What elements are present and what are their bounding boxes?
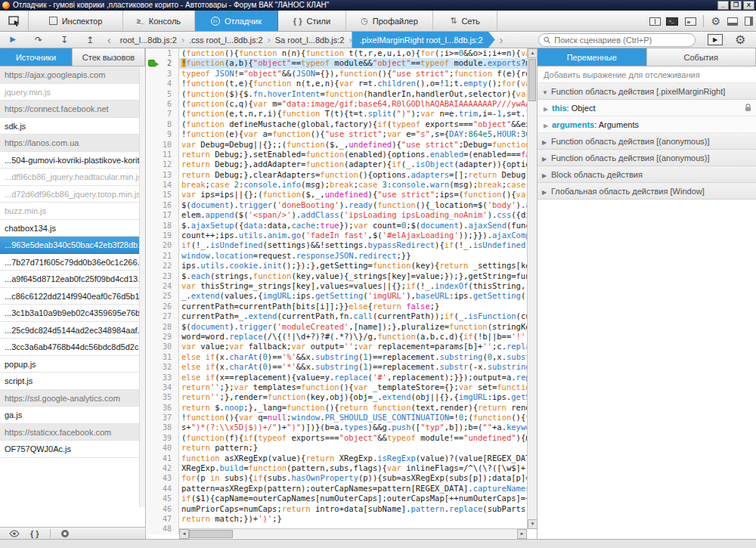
line-number-gutter[interactable]: 17 xyxy=(147,210,179,220)
line-number-gutter[interactable]: 46 xyxy=(147,504,179,514)
line-number-gutter[interactable]: 22 xyxy=(147,261,179,271)
code-line[interactable]: 2!function(a,b){"object"==typeof module&… xyxy=(147,58,537,68)
code-line[interactable]: 20if(!_.isUndefined(settings)&&!settings… xyxy=(147,240,537,250)
code-line[interactable]: 24var thisString=_strings[key],values=va… xyxy=(147,281,537,291)
vertical-scroll-thumb[interactable] xyxy=(528,59,536,101)
code-line[interactable]: 11return Debug;},setEnabled=function(ena… xyxy=(147,150,537,159)
line-number-gutter[interactable]: 47 xyxy=(147,514,179,524)
code-line[interactable]: 43for(p in subs){if(subs.hasOwnProperty(… xyxy=(147,473,537,483)
dock-side-icon[interactable] xyxy=(745,17,753,26)
tab-стили[interactable]: { }Стили xyxy=(278,11,346,31)
debugger-options-gear-icon[interactable]: ⚙ xyxy=(735,33,745,47)
breadcrumb-item[interactable]: root_l...8db.js:2 xyxy=(116,36,181,45)
line-number-gutter[interactable]: 41 xyxy=(147,454,179,463)
minimize-button[interactable]: _ xyxy=(717,1,729,10)
tab-консоль[interactable]: ≥_Консоль xyxy=(123,11,195,31)
breadcrumb-item[interactable]: .css root_l...8db.js:2 xyxy=(184,36,268,45)
source-item[interactable]: ...a9f645d8712eab0fc25f09bd4cd13.js xyxy=(0,271,145,288)
sidebar-scrollbar[interactable] xyxy=(139,67,145,507)
code-line[interactable]: 10var Debug=Debug||{};;(function($,_,und… xyxy=(147,140,537,150)
code-line[interactable]: 35return'';},render=function(key,obj){ob… xyxy=(147,392,537,402)
line-number-gutter[interactable]: 14 xyxy=(147,180,179,190)
code-line[interactable]: 22ips.utils.cookie.init();});},getSettin… xyxy=(147,261,537,271)
horizontal-scroll-thumb[interactable] xyxy=(189,530,233,538)
code-line[interactable]: 8(function defineMustache(global,factory… xyxy=(147,119,537,129)
line-number-gutter[interactable]: 28 xyxy=(147,322,179,332)
code-line[interactable]: 42XRegExp.build=function(pattern,subs,fl… xyxy=(147,463,537,473)
line-number-gutter[interactable]: 34 xyxy=(147,382,179,392)
line-number-gutter[interactable]: 32 xyxy=(147,362,179,372)
code-line[interactable]: 19count++;ips.utils.anim.go('fadeIn fast… xyxy=(147,231,537,240)
code-line[interactable]: 31else if(x.charAt(0)=='%'&&x.substring(… xyxy=(147,352,537,362)
code-line[interactable]: 38s+")*(?:\\x5D|$))+/")+")")])}(b=a.type… xyxy=(147,423,537,432)
pick-element-button[interactable] xyxy=(0,11,29,31)
code-line[interactable]: 46numPriorCaps=numCaps;return intro+data… xyxy=(147,504,537,514)
code-line[interactable]: 3typeof JSON!="object"&&(JSON={}),functi… xyxy=(147,69,537,79)
code-line[interactable]: 6(function(c,q){var m="data:image/gif;ba… xyxy=(147,99,537,109)
editor-horizontal-scrollbar[interactable]: ◄ ► xyxy=(179,528,527,538)
line-number-gutter[interactable]: 13 xyxy=(147,170,179,180)
breadcrumb-item[interactable]: .pixelMarginRight root_l...8db.js:2 xyxy=(352,32,494,48)
line-number-gutter[interactable]: 29 xyxy=(147,332,179,342)
code-line[interactable]: 5(function($){$.fn.hoverIntent=function(… xyxy=(147,89,537,99)
scroll-left-icon[interactable]: ◄ xyxy=(179,529,189,539)
split-view-icon[interactable]: ▾ xyxy=(649,17,660,26)
code-line[interactable]: 40return pattern;} xyxy=(147,443,537,453)
code-line[interactable]: 28$(document).trigger('moduleCreated',[n… xyxy=(147,322,537,332)
line-number-gutter[interactable]: 24 xyxy=(147,281,179,291)
source-item[interactable]: sdk.js xyxy=(0,118,145,135)
code-line[interactable]: 13return Debug;},clearAdapters=function(… xyxy=(147,170,537,180)
code-line[interactable]: 32else if(x.charAt(0)=='*'&&x.substring(… xyxy=(147,362,537,372)
code-line[interactable]: 9!function(e){var a=function(){"use stri… xyxy=(147,129,537,139)
line-number-gutter[interactable]: 48 xyxy=(147,524,179,534)
scope-header[interactable]: ▼Function область действия [.pixelMargin… xyxy=(538,83,756,100)
code-line[interactable]: 41function asXRegExp(value){return XRegE… xyxy=(147,454,537,463)
line-number-gutter[interactable]: 30 xyxy=(147,342,179,351)
line-number-gutter[interactable]: 45 xyxy=(147,494,179,503)
line-number-gutter[interactable]: 27 xyxy=(147,311,179,321)
breadcrumb-scroll-left-icon[interactable]: ‹ xyxy=(103,33,116,48)
line-number-gutter[interactable]: 19 xyxy=(147,231,179,240)
line-number-gutter[interactable]: 37 xyxy=(147,413,179,423)
line-number-gutter[interactable]: 26 xyxy=(147,302,179,311)
code-line[interactable]: 18$.ajaxSetup({data:data,cache:true});va… xyxy=(147,221,537,231)
source-item[interactable]: ...504-gumovi-kovriki-plastikove-korito/ xyxy=(0,152,145,169)
restore-button[interactable]: ❐ xyxy=(730,1,742,10)
console-panel-icon[interactable]: >_ xyxy=(666,17,678,26)
code-line[interactable]: 7(function(e,t,n,r,i){function T(t){t=t.… xyxy=(147,109,537,119)
source-item[interactable]: ...7b27d71f605c79dd0b36e0c1c266.js xyxy=(0,254,145,271)
source-editor[interactable]: 1(function(){function n(n){function t(t,… xyxy=(147,48,537,539)
code-line[interactable]: 33else if(x==replacement){value=y.replac… xyxy=(147,373,537,382)
code-line[interactable]: 45if($1){capName=outerCapNames[numOuterC… xyxy=(147,494,537,503)
sidebar-tab[interactable]: Источники xyxy=(0,48,73,66)
tab-сеть[interactable]: ⇅Сеть xyxy=(433,11,497,31)
close-button[interactable]: X xyxy=(743,1,754,10)
code-line[interactable]: 37!function(){var q=null;window.PR_SHOUL… xyxy=(147,413,537,423)
code-line[interactable]: 27currentPath=_.extend(currentPath,fn.ca… xyxy=(147,311,537,321)
line-number-gutter[interactable]: 12 xyxy=(147,159,179,169)
line-number-gutter[interactable]: 39 xyxy=(147,433,179,443)
line-number-gutter[interactable]: 31 xyxy=(147,352,179,362)
scope-header[interactable]: ▶Block область действия xyxy=(538,166,756,183)
code-line[interactable]: 44pattern=asXRegExp(pattern);outerCapNam… xyxy=(147,484,537,494)
code-line[interactable]: 30var value;var fallback;var output='';v… xyxy=(147,342,537,351)
scope-header[interactable]: ▶Function область действия [(anonymous)] xyxy=(538,150,756,166)
line-number-gutter[interactable]: 35 xyxy=(147,392,179,402)
toggle-breakpoints-icon[interactable] xyxy=(61,530,69,537)
code-line[interactable]: 34return'';};var templates=function(){va… xyxy=(147,382,537,392)
code-line[interactable]: 47return match;})+')';} xyxy=(147,514,537,524)
code-line[interactable]: 1(function(){function n(n){function t(t,… xyxy=(147,48,537,58)
source-item[interactable]: popup.js xyxy=(0,356,145,373)
line-number-gutter[interactable]: 33 xyxy=(147,373,179,382)
step-over-button[interactable]: ↷ xyxy=(26,35,51,45)
code-line[interactable]: 4!function(t,e){function n(t,e,n){var r=… xyxy=(147,79,537,88)
sidebar-tab[interactable]: Стек вызовов xyxy=(73,48,145,66)
tab-отладчик[interactable]: IIОтладчик xyxy=(195,11,278,31)
line-number-gutter[interactable]: 4 xyxy=(147,79,179,88)
line-number-gutter[interactable]: 43 xyxy=(147,473,179,483)
tab-профайлер[interactable]: ◷Профайлер xyxy=(346,11,433,31)
blackbox-eye-icon[interactable] xyxy=(9,530,20,537)
line-number-gutter[interactable]: 8 xyxy=(147,119,179,129)
line-number-gutter[interactable]: 36 xyxy=(147,403,179,413)
source-item[interactable]: ...df96cb86_jquery.headtacular.min.js xyxy=(0,169,145,186)
